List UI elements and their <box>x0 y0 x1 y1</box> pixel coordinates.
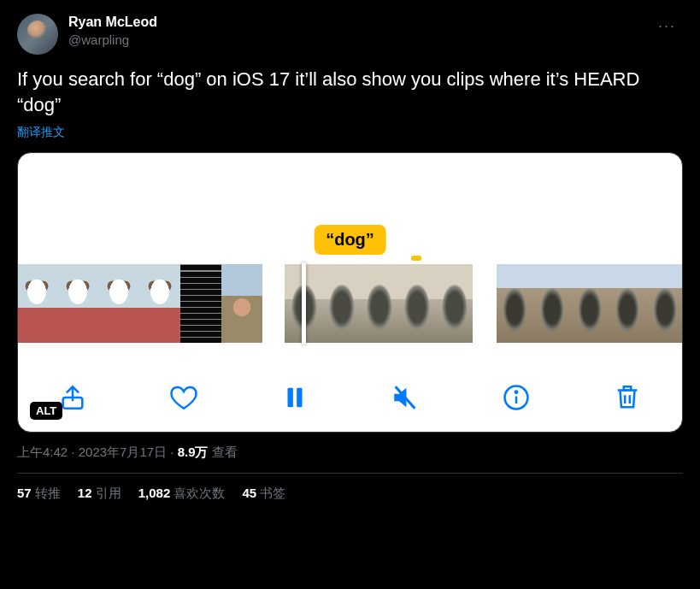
tweet-stats: 57 转推 12 引用 1,082 喜欢次数 45 书签 <box>17 486 683 502</box>
alt-badge[interactable]: ALT <box>30 402 62 420</box>
stat-label: 转推 <box>32 486 61 500</box>
divider <box>17 473 683 474</box>
translate-link[interactable]: 翻译推文 <box>17 125 65 140</box>
handle: @warpling <box>68 32 641 49</box>
stat-label: 喜欢次数 <box>170 486 225 500</box>
sep: · <box>167 445 178 459</box>
tweet-header: Ryan McLeod @warpling ··· <box>17 14 683 55</box>
views-value: 8.9万 <box>178 445 209 459</box>
trash-icon <box>613 383 642 412</box>
mute-icon <box>391 383 420 412</box>
timeline-frame <box>497 264 534 343</box>
trash-button[interactable] <box>610 380 644 415</box>
stat-label: 书签 <box>256 486 285 500</box>
sep: · <box>68 445 79 459</box>
video-timeline[interactable] <box>18 264 682 343</box>
clip-group[interactable] <box>285 264 473 343</box>
timeline-frame <box>322 264 360 343</box>
stat-num: 12 <box>78 486 92 500</box>
heart-button[interactable] <box>167 380 201 415</box>
stat-num: 57 <box>17 486 32 500</box>
tweet-date: 2023年7月17日 <box>79 445 167 459</box>
svg-point-5 <box>515 392 517 393</box>
timeline-frame <box>57 264 98 343</box>
views-label: 查看 <box>209 445 238 459</box>
avatar[interactable] <box>17 14 58 55</box>
more-icon: ··· <box>658 17 676 34</box>
tweet: Ryan McLeod @warpling ··· If you search … <box>0 0 700 502</box>
stat-num: 45 <box>242 486 256 500</box>
tweet-body: If you search for “dog” on iOS 17 it’ll … <box>17 67 683 117</box>
display-name: Ryan McLeod <box>68 14 641 32</box>
tweet-time: 上午4:42 <box>17 445 68 459</box>
playhead[interactable] <box>302 262 306 345</box>
media-attachment[interactable]: “dog” <box>17 152 683 433</box>
timeline-frame <box>360 264 397 343</box>
pause-button[interactable] <box>278 380 312 415</box>
more-button[interactable]: ··· <box>651 14 683 38</box>
heart-icon <box>169 383 198 412</box>
clip-group[interactable] <box>497 264 683 343</box>
clip-group[interactable] <box>17 264 262 343</box>
playhead-marker <box>411 256 421 261</box>
timeline-frame <box>221 264 262 343</box>
media-toolbar <box>18 380 682 415</box>
timeline-frame <box>17 264 57 343</box>
mute-button[interactable] <box>388 380 422 415</box>
timeline-frame <box>572 264 609 343</box>
tweet-meta[interactable]: 上午4:42 · 2023年7月17日 · 8.9万 查看 <box>17 445 683 461</box>
timeline-frame <box>98 264 139 343</box>
share-icon <box>58 383 87 412</box>
timeline-frame <box>139 264 180 343</box>
quotes-stat[interactable]: 12 引用 <box>78 486 121 502</box>
stat-label: 引用 <box>92 486 121 500</box>
pause-icon <box>280 383 309 412</box>
timeline-frame <box>397 264 435 343</box>
timeline-frame <box>435 264 473 343</box>
author-names[interactable]: Ryan McLeod @warpling <box>68 14 641 48</box>
svg-rect-2 <box>297 388 302 408</box>
bookmarks-stat[interactable]: 45 书签 <box>242 486 285 502</box>
search-tag-label: “dog” <box>314 225 386 255</box>
info-button[interactable] <box>499 380 533 415</box>
timeline-frame <box>534 264 572 343</box>
svg-rect-1 <box>287 388 292 408</box>
likes-stat[interactable]: 1,082 喜欢次数 <box>138 486 226 502</box>
stat-num: 1,082 <box>138 486 171 500</box>
timeline-frame <box>180 264 221 343</box>
timeline-frame <box>609 264 647 343</box>
retweets-stat[interactable]: 57 转推 <box>17 486 61 502</box>
info-icon <box>502 383 531 412</box>
timeline-frame <box>647 264 683 343</box>
